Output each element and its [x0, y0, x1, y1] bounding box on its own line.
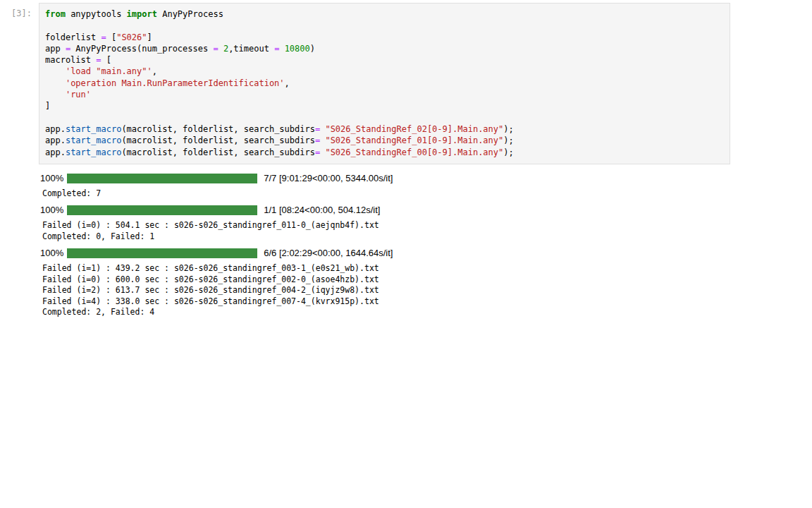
- code-token: app: [45, 44, 66, 54]
- code-token: start_macro: [66, 147, 121, 157]
- code-token: ,: [285, 78, 290, 88]
- code-token: app.: [45, 147, 66, 157]
- tqdm-progress-row: 100%1/1 [08:24<00:00, 504.12s/it]: [40, 205, 812, 215]
- code-token: =: [213, 44, 218, 54]
- code-token: AnyPyProcess(num_processes: [70, 44, 213, 54]
- output-text-line: Failed (i=2) : 613.7 sec : s026-s026_sta…: [42, 285, 812, 296]
- code-token: macrolist: [45, 55, 96, 65]
- code-token: [45, 90, 66, 99]
- code-line: [45, 20, 724, 31]
- code-token: "S026_StandingRef_00[0-9].Main.any": [325, 147, 503, 157]
- tqdm-progress-row: 100%6/6 [2:02:29<00:00, 1644.64s/it]: [40, 248, 812, 258]
- output-text-line: Completed: 2, Failed: 4: [42, 307, 812, 318]
- code-line: 'run': [45, 89, 724, 100]
- code-line: ]: [45, 100, 724, 111]
- code-token: [45, 66, 66, 76]
- output-text-block: Failed (i=1) : 439.2 sec : s026-s026_sta…: [42, 263, 812, 318]
- code-line: app.start_macro(macrolist, folderlist, s…: [45, 123, 724, 135]
- code-token: 'run': [66, 90, 91, 99]
- progress-bar: [67, 248, 257, 258]
- code-token: AnyPyProcess: [157, 9, 223, 19]
- output-text-line: Failed (i=0) : 600.0 sec : s026-s026_sta…: [42, 274, 812, 286]
- output-text-block: Failed (i=0) : 504.1 sec : s026-s026_sta…: [42, 220, 812, 242]
- tqdm-progress-row: 100%7/7 [9:01:29<00:00, 5344.00s/it]: [40, 174, 812, 183]
- progress-bar-fill: [67, 205, 257, 215]
- code-token: );: [503, 135, 513, 145]
- code-token: );: [503, 124, 513, 134]
- code-line: folderlist = ["S026"]: [45, 32, 724, 43]
- code-token: [: [106, 32, 116, 42]
- progress-percent-label: 100%: [40, 174, 63, 183]
- code-line: app.start_macro(macrolist, folderlist, s…: [45, 147, 724, 158]
- execution-count-prompt: [3]:: [0, 3, 39, 18]
- progress-bar-fill: [67, 248, 257, 258]
- notebook-page: [3]: from anypytools import AnyPyProcess…: [0, 0, 812, 318]
- code-token: [219, 44, 223, 54]
- code-editor[interactable]: from anypytools import AnyPyProcess fold…: [39, 3, 730, 164]
- progress-percent-label: 100%: [40, 205, 63, 215]
- code-token: [: [101, 55, 111, 65]
- code-line: [45, 112, 724, 123]
- code-line: 'load "main.any"',: [45, 66, 724, 77]
- cell-outputs: 100%7/7 [9:01:29<00:00, 5344.00s/it]Comp…: [40, 174, 812, 318]
- code-line: from anypytools import AnyPyProcess: [45, 8, 724, 20]
- code-token: start_macro: [66, 135, 121, 145]
- output-text-line: Failed (i=4) : 338.0 sec : s026-s026_sta…: [42, 296, 812, 308]
- code-line: macrolist = [: [45, 54, 724, 66]
- code-token: folderlist: [45, 32, 101, 42]
- progress-stats: 7/7 [9:01:29<00:00, 5344.00s/it]: [264, 174, 393, 183]
- code-token: ,timeout: [228, 44, 274, 54]
- code-line: 'operation Main.RunParameterIdentificati…: [45, 78, 724, 89]
- output-text-block: Completed: 7: [42, 188, 812, 200]
- code-token: "S026_StandingRef_02[0-9].Main.any": [325, 124, 503, 134]
- code-token: "S026_StandingRef_01[0-9].Main.any": [325, 135, 503, 145]
- code-token: [279, 44, 284, 54]
- code-editor-lines: from anypytools import AnyPyProcess fold…: [45, 8, 724, 158]
- code-token: [45, 78, 66, 88]
- code-token: anypytools: [66, 9, 127, 19]
- code-token: import: [127, 9, 157, 19]
- code-token: 'operation Main.RunParameterIdentificati…: [66, 78, 285, 88]
- output-text-line: Failed (i=1) : 439.2 sec : s026-s026_sta…: [42, 263, 812, 274]
- code-token: start_macro: [66, 124, 121, 134]
- code-line: app = AnyPyProcess(num_processes = 2,tim…: [45, 43, 724, 54]
- code-token: ,: [152, 66, 157, 76]
- code-token: ): [310, 44, 315, 54]
- progress-bar: [67, 205, 257, 215]
- output-text-line: Completed: 7: [42, 188, 812, 200]
- code-token: app.: [45, 135, 66, 145]
- progress-bar-fill: [67, 174, 257, 183]
- code-token: app.: [45, 124, 66, 134]
- code-token: 10800: [285, 44, 310, 54]
- progress-percent-label: 100%: [40, 248, 63, 258]
- output-text-line: Failed (i=0) : 504.1 sec : s026-s026_sta…: [42, 220, 812, 231]
- code-cell: [3]: from anypytools import AnyPyProcess…: [0, 3, 812, 164]
- code-token: =: [101, 32, 106, 42]
- code-token: ]: [45, 101, 50, 111]
- progress-stats: 6/6 [2:02:29<00:00, 1644.64s/it]: [264, 248, 393, 258]
- progress-bar: [67, 174, 257, 183]
- code-token: (macrolist, folderlist, search_subdirs: [121, 124, 315, 134]
- code-line: app.start_macro(macrolist, folderlist, s…: [45, 135, 724, 146]
- code-token: (macrolist, folderlist, search_subdirs: [121, 147, 315, 157]
- code-token: from: [45, 9, 66, 19]
- code-token: );: [503, 147, 513, 157]
- output-text-line: Completed: 0, Failed: 1: [42, 231, 812, 243]
- code-token: 'load "main.any"': [66, 66, 152, 76]
- progress-stats: 1/1 [08:24<00:00, 504.12s/it]: [264, 205, 380, 215]
- code-token: (macrolist, folderlist, search_subdirs: [121, 135, 315, 145]
- code-token: "S026": [116, 32, 147, 42]
- code-token: ]: [147, 32, 152, 42]
